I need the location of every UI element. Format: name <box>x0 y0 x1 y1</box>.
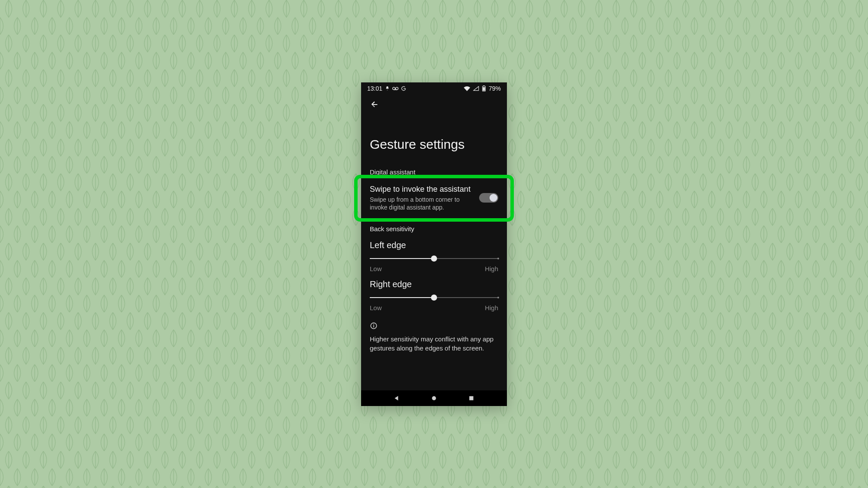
left-edge-high: High <box>485 265 498 272</box>
back-button[interactable] <box>368 98 381 111</box>
right-edge-block: Right edge Low High <box>361 275 507 314</box>
left-edge-slider[interactable] <box>370 258 498 259</box>
right-edge-low: Low <box>370 304 382 311</box>
status-time: 13:01 <box>367 85 382 92</box>
page-title: Gesture settings <box>361 111 507 165</box>
info-icon <box>370 322 378 330</box>
wifi-icon <box>464 86 470 91</box>
phone-screen: 13:01 79% <box>361 82 507 406</box>
setting-swipe-desc: Swipe up from a bottom corner to invoke … <box>370 196 473 211</box>
status-voicemail-icon <box>392 86 398 91</box>
battery-icon <box>482 85 486 92</box>
info-text: Higher sensitivity may conflict with any… <box>370 335 498 353</box>
section-digital-assistant-label: Digital assistant <box>361 165 507 179</box>
right-edge-high: High <box>485 304 498 311</box>
left-edge-block: Left edge Low High <box>361 236 507 275</box>
swipe-invoke-toggle[interactable] <box>479 193 498 203</box>
svg-rect-7 <box>373 324 374 325</box>
nav-bar <box>361 390 507 406</box>
status-bar: 13:01 79% <box>361 82 507 94</box>
info-block: Higher sensitivity may conflict with any… <box>361 314 507 353</box>
svg-rect-3 <box>483 85 485 86</box>
nav-recents-button[interactable] <box>468 395 475 402</box>
svg-rect-6 <box>373 325 374 328</box>
left-edge-thumb[interactable] <box>431 255 437 262</box>
status-notif-icon <box>385 86 390 91</box>
svg-point-8 <box>432 396 436 400</box>
nav-back-button[interactable] <box>393 395 400 402</box>
right-edge-thumb[interactable] <box>431 295 437 301</box>
right-edge-title: Right edge <box>370 279 498 289</box>
left-edge-low: Low <box>370 265 382 272</box>
svg-point-1 <box>396 87 398 90</box>
svg-rect-4 <box>483 87 485 90</box>
setting-swipe-title: Swipe to invoke the assistant <box>370 184 473 194</box>
left-edge-title: Left edge <box>370 240 498 250</box>
svg-rect-9 <box>469 396 473 400</box>
status-google-icon <box>401 86 406 91</box>
section-back-sensitivity-label: Back sensitivity <box>361 217 507 236</box>
svg-point-0 <box>393 87 395 90</box>
right-edge-slider[interactable] <box>370 297 498 298</box>
nav-home-button[interactable] <box>431 395 437 402</box>
cell-signal-icon <box>473 86 479 91</box>
setting-swipe-invoke-assistant[interactable]: Swipe to invoke the assistant Swipe up f… <box>361 179 507 218</box>
toggle-knob <box>490 194 497 202</box>
app-bar <box>361 94 507 111</box>
status-battery-text: 79% <box>489 85 501 92</box>
